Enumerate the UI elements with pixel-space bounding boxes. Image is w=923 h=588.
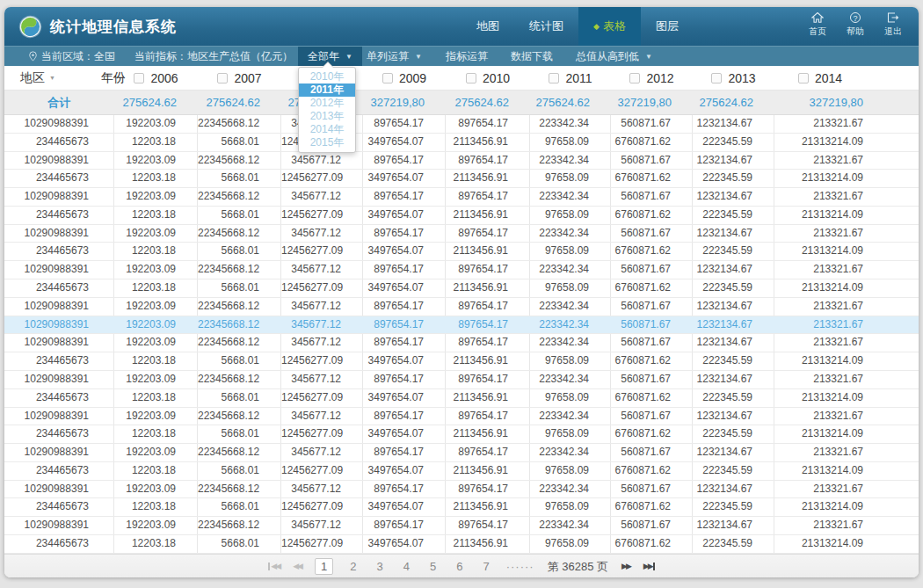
home-icon (811, 11, 824, 24)
year-checkbox[interactable] (217, 73, 228, 83)
year-option[interactable]: 2015年 (299, 136, 355, 149)
table-row[interactable]: 23446567312203.185668.0112456277.0934976… (4, 134, 919, 152)
value-cell: 897654.17 (446, 481, 530, 498)
value-cell: 2113456.91 (446, 279, 530, 297)
value-cell: 5668.01 (198, 498, 281, 516)
year-checkbox[interactable] (382, 73, 393, 83)
value-cell: 97658.09 (530, 170, 611, 187)
table-row[interactable]: 10290988391192203.0922345668.12345677.12… (4, 481, 919, 499)
table-row[interactable]: 23446567312203.185668.0112456277.0934976… (4, 243, 919, 261)
page-number[interactable]: 3 (373, 559, 386, 574)
table-header-row: 地区 ▼ 年份 20062007200820092010201120122013… (4, 66, 919, 91)
value-cell: 897654.17 (446, 444, 530, 461)
indicator-calc-button[interactable]: 指标运算 (446, 47, 488, 66)
page-number[interactable]: 4 (400, 559, 413, 574)
value-cell: 345677.12 (281, 225, 363, 243)
location-pin-icon (29, 51, 37, 62)
sort-order-button[interactable]: 总值从高到低 ▼ (576, 47, 652, 66)
value-cell: 897654.17 (446, 334, 530, 352)
table-row[interactable]: 10290988391192203.0922345668.12345677.12… (4, 517, 919, 535)
table-row[interactable]: 10290988391192203.0922345668.12345677.12… (4, 188, 919, 207)
value-cell: 223342.34 (530, 371, 611, 388)
next-page-button[interactable]: ▶▶ (621, 563, 630, 570)
value-cell: 2113456.91 (446, 170, 530, 187)
nav-tab-表格[interactable]: ◆表格 (578, 7, 641, 46)
year-checkbox[interactable] (549, 73, 559, 83)
table-row[interactable]: 23446567312203.185668.0112456277.0934976… (4, 462, 919, 481)
value-cell: 897654.17 (363, 152, 446, 170)
year-option[interactable]: 2014年 (299, 123, 355, 136)
value-cell: 12456277.09 (281, 207, 363, 224)
table-row[interactable]: 10290988391192203.0922345668.12345677.12… (4, 225, 919, 243)
region-cell: 10290988391 (4, 444, 114, 461)
value-cell: 3497654.07 (363, 535, 446, 553)
value-cell: 12203.18 (114, 170, 198, 187)
table-row[interactable]: 23446567312203.185668.0112456277.0934976… (4, 535, 919, 554)
year-checkbox[interactable] (798, 73, 809, 83)
table-row[interactable]: 10290988391192203.0922345668.12345677.12… (4, 261, 919, 279)
value-cell: 6760871.62 (611, 535, 693, 553)
table-row[interactable]: 10290988391192203.0922345668.12345677.12… (4, 371, 919, 389)
table-row[interactable]: 23446567312203.185668.0112456277.0934976… (4, 352, 919, 371)
nav-tab-图层[interactable]: 图层 (641, 7, 694, 46)
year-option[interactable]: 2010年 (299, 70, 355, 83)
region-cell: 234465673 (4, 207, 114, 224)
home-button[interactable]: 首页 (804, 11, 831, 38)
value-cell: 2113456.91 (446, 535, 530, 553)
data-download-label: 数据下载 (511, 49, 553, 64)
table-row[interactable]: 23446567312203.185668.0112456277.0934976… (4, 170, 919, 188)
table-row[interactable]: 23446567312203.185668.0112456277.0934976… (4, 279, 919, 298)
table-row[interactable]: 10290988391192203.0922345668.12345677.12… (4, 152, 919, 171)
year-checkbox[interactable] (629, 73, 640, 83)
year-option[interactable]: 2013年 (299, 110, 355, 123)
page-number[interactable]: 6 (453, 559, 466, 574)
first-page-button[interactable]: ◀◀ (268, 563, 280, 570)
table-row[interactable]: 10290988391192203.0922345668.12345677.12… (4, 298, 919, 316)
nav-tab-统计图[interactable]: 统计图 (514, 7, 578, 46)
help-button[interactable]: ? 帮助 (842, 11, 868, 38)
value-cell: 345677.12 (281, 188, 363, 206)
total-row: 合计 275624.62275624.62275624.62327219,802… (4, 91, 919, 115)
table-row[interactable]: 10290988391192203.0922345668.12345677.12… (4, 444, 919, 462)
page-number[interactable]: 2 (346, 559, 360, 574)
value-cell: 345677.12 (281, 334, 363, 352)
page-number[interactable]: 7 (479, 559, 492, 574)
last-page-button[interactable]: ▶▶ (643, 563, 655, 570)
page-number[interactable]: 1 (315, 558, 333, 575)
year-checkbox[interactable] (711, 73, 722, 83)
year-axis-label: 年份 (101, 70, 126, 86)
value-cell: 223342.34 (530, 225, 611, 243)
value-cell: 12203.18 (114, 207, 198, 224)
year-header-label: 2011 (565, 71, 592, 85)
table-row[interactable]: 23446567312203.185668.0112456277.0934976… (4, 425, 919, 444)
year-checkbox[interactable] (134, 73, 144, 83)
year-filter-dropdown: 2010年2011年2012年2013年2014年2015年 (298, 67, 356, 153)
table-row[interactable]: 10290988391192203.0922345668.12345677.12… (4, 115, 919, 134)
value-cell: 1232134.67 (693, 152, 774, 170)
year-header-label: 2009 (399, 71, 426, 85)
app-title: 统计地理信息系统 (50, 17, 177, 37)
table-row[interactable]: 23446567312203.185668.0112456277.0934976… (4, 207, 919, 225)
table-row[interactable]: 10290988391192203.0922345668.12345677.12… (4, 316, 919, 335)
table-row[interactable]: 23446567312203.185668.0112456277.0934976… (4, 389, 919, 408)
nav-tabs: 地图统计图◆表格图层 (462, 7, 694, 46)
year-option[interactable]: 2012年 (299, 97, 355, 110)
logout-button[interactable]: 退出 (880, 11, 906, 38)
nav-tab-地图[interactable]: 地图 (462, 7, 514, 46)
page-number[interactable]: 5 (426, 559, 440, 574)
previous-page-button[interactable]: ◀◀ (293, 563, 302, 570)
year-checkbox[interactable] (466, 73, 476, 83)
value-cell: 560871.67 (611, 298, 693, 316)
region-column-header[interactable]: 地区 ▼ (4, 70, 114, 86)
table-row[interactable]: 23446567312203.185668.0112456277.0934976… (4, 498, 919, 517)
year-option[interactable]: 2011年 (299, 83, 355, 97)
value-cell: 560871.67 (611, 444, 693, 461)
value-cell: 3497654.07 (363, 352, 446, 370)
table-row[interactable]: 10290988391192203.0922345668.12345677.12… (4, 334, 919, 352)
data-download-button[interactable]: 数据下载 (511, 47, 553, 66)
value-cell: 213321.67 (774, 225, 919, 243)
value-cell: 12203.18 (114, 535, 198, 553)
single-column-calc-button[interactable]: 单列运算 ▼ (367, 47, 422, 66)
value-cell: 22345668.12 (198, 188, 281, 206)
table-row[interactable]: 10290988391192203.0922345668.12345677.12… (4, 408, 919, 426)
